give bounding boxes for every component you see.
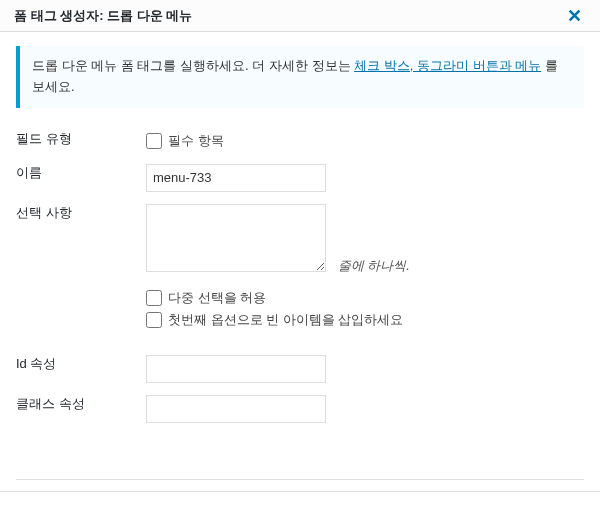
field-type-label: 필드 유형 [16,124,146,158]
options-hint: 줄에 하나씩. [338,258,410,273]
multiple-label: 다중 선택을 허용 [168,289,266,307]
form-tag-generator-modal: 폼 태그 생성자: 드롭 다운 메뉴 ✕ 드롭 다운 메뉴 폼 태그를 실행하세… [0,0,600,509]
id-attr-input[interactable] [146,355,326,383]
modal-title: 폼 태그 생성자: 드롭 다운 메뉴 [14,7,192,25]
notice-link[interactable]: 체크 박스, 동그라미 버튼과 메뉴 [354,58,541,73]
close-icon: ✕ [567,5,582,27]
blank-first-label: 첫번째 옵션으로 빈 아이템을 삽입하세요 [168,311,403,329]
info-notice: 드롭 다운 메뉴 폼 태그를 실행하세요. 더 자세한 정보는 체크 박스, 동… [16,46,584,108]
name-input[interactable] [146,164,326,192]
options-textarea[interactable] [146,204,326,272]
required-checkbox[interactable] [146,133,162,149]
name-label: 이름 [16,158,146,198]
generated-tag-row [16,479,584,491]
required-label: 필수 항목 [168,132,224,150]
close-button[interactable]: ✕ [558,0,590,32]
modal-footer-line [0,491,600,509]
blank-first-checkbox[interactable] [146,312,162,328]
notice-text-pre: 드롭 다운 메뉴 폼 태그를 실행하세요. 더 자세한 정보는 [32,58,354,73]
options-label: 선택 사항 [16,198,146,281]
multiple-checkbox[interactable] [146,290,162,306]
class-attr-label: 클래스 속성 [16,389,146,429]
id-attr-label: Id 속성 [16,349,146,389]
class-attr-input[interactable] [146,395,326,423]
modal-header: 폼 태그 생성자: 드롭 다운 메뉴 ✕ [0,0,600,32]
modal-body: 드롭 다운 메뉴 폼 태그를 실행하세요. 더 자세한 정보는 체크 박스, 동… [0,32,600,491]
form-fields-table: 필드 유형 필수 항목 이름 선택 사항 줄에 하나씩. [16,124,584,429]
